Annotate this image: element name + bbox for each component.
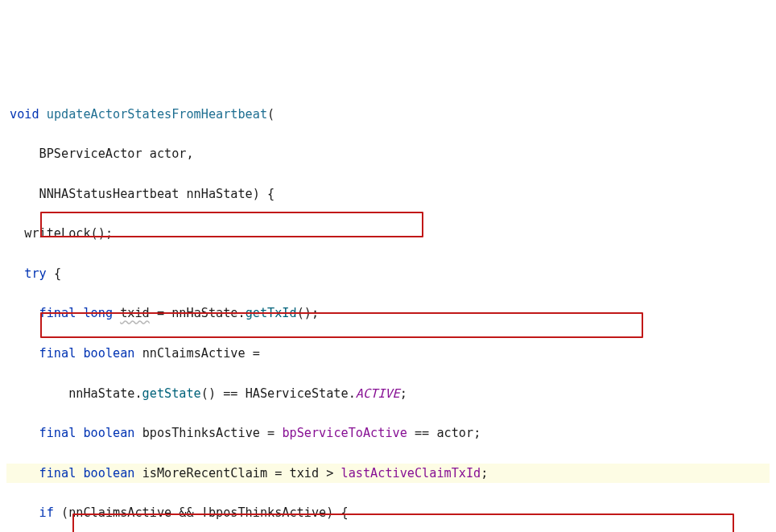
keyword-void: void	[10, 107, 39, 122]
punct: ) {	[253, 187, 274, 201]
punct: ;	[481, 466, 488, 480]
keyword-boolean: boolean	[83, 426, 134, 440]
method-call: getState	[142, 386, 201, 401]
cond: (nnClaimsActive && !bposThinksActive) {	[54, 505, 349, 520]
var-name: nnClaimsActive	[142, 346, 246, 361]
var-txid: txid	[120, 306, 150, 320]
keyword-final: final	[39, 346, 76, 361]
punct: ,	[186, 146, 193, 161]
var-ref: txid	[290, 466, 320, 480]
punct: {	[47, 266, 61, 281]
keyword-boolean: boolean	[83, 346, 134, 361]
punct: ;	[473, 426, 481, 440]
code-line: try {	[6, 264, 770, 284]
param-type: NNHAStatusHeartbeat	[39, 187, 180, 201]
code-line: final boolean nnClaimsActive =	[6, 344, 770, 364]
punct: ();	[297, 306, 319, 320]
op-eq: =	[267, 466, 289, 480]
keyword-final: final	[39, 426, 76, 440]
const-active: ACTIVE	[356, 386, 400, 401]
var-ref: actor	[436, 426, 473, 440]
param-type: BPServiceActor	[39, 146, 142, 161]
field-ref: bpServiceToActive	[282, 426, 407, 440]
keyword-try: try	[24, 266, 46, 281]
op-cmp: ==	[407, 426, 437, 440]
obj-ref: nnHaState.	[68, 386, 142, 401]
op-cmp: ==	[216, 386, 246, 401]
keyword-long: long	[83, 306, 113, 320]
punct: ()	[201, 386, 216, 401]
keyword-final: final	[39, 306, 76, 320]
keyword-final: final	[39, 466, 76, 480]
op-eq: =	[246, 346, 260, 361]
punct: ;	[400, 386, 407, 401]
obj-ref: nnHaState.	[171, 306, 245, 320]
param-name: nnHaState	[186, 187, 252, 201]
code-line: NNHAStatusHeartbeat nnHaState) {	[6, 184, 770, 204]
code-line: nnHaState.getState() == HAServiceState.A…	[6, 384, 770, 404]
code-editor[interactable]: void updateActorStatesFromHeartbeat( BPS…	[6, 85, 770, 532]
code-line: if (nnClaimsActive && !bposThinksActive)…	[6, 503, 770, 523]
keyword-boolean: boolean	[83, 466, 134, 480]
type-ref: HAServiceState.	[246, 386, 356, 401]
code-line: writeLock();	[6, 224, 770, 244]
op-cmp: >	[319, 466, 341, 480]
keyword-if: if	[39, 505, 54, 520]
op-eq: =	[260, 426, 282, 440]
code-line: BPServiceActor actor,	[6, 144, 770, 164]
code-line: void updateActorStatesFromHeartbeat(	[6, 105, 770, 125]
method-name: updateActorStatesFromHeartbeat	[47, 107, 267, 122]
code-line: final boolean bposThinksActive = bpServi…	[6, 423, 770, 443]
var-name: bposThinksActive	[142, 426, 260, 440]
var-name: isMoreRecentClaim	[142, 466, 267, 480]
field-ref: lastActiveClaimTxId	[341, 466, 481, 480]
op-eq: =	[150, 306, 171, 320]
method-call: getTxId	[246, 306, 297, 320]
stmt-writelock: writeLock();	[24, 226, 113, 241]
param-name: actor	[150, 146, 187, 161]
code-line-highlighted: final boolean isMoreRecentClaim = txid >…	[6, 464, 770, 484]
punct: (	[267, 107, 274, 122]
code-line: final long txid = nnHaState.getTxId();	[6, 303, 770, 324]
